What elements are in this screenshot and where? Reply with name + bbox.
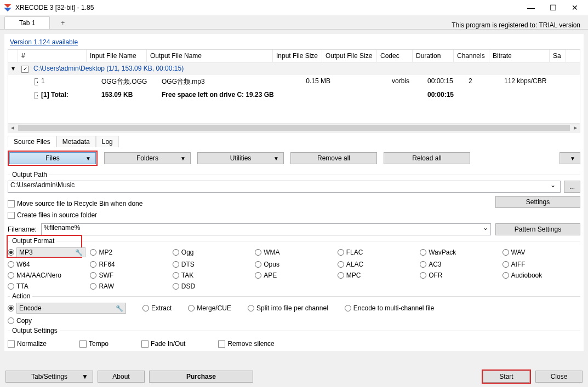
chevron-down-icon[interactable]: ⌄ xyxy=(483,224,488,232)
pattern-settings-button[interactable]: Pattern Settings xyxy=(495,223,580,235)
format-radio[interactable] xyxy=(420,261,426,268)
multi-radio[interactable] xyxy=(345,305,351,311)
format-flac[interactable]: FLAC xyxy=(338,247,415,258)
scroll-left-icon[interactable]: ◂ xyxy=(8,124,17,132)
recycle-checkbox[interactable] xyxy=(8,200,15,207)
tab-metadata[interactable]: Metadata xyxy=(56,136,96,147)
format-tta[interactable]: TTA xyxy=(8,282,85,291)
format-tak[interactable]: TAK xyxy=(173,271,250,280)
purchase-button[interactable]: Purchase xyxy=(149,371,253,383)
format-wma[interactable]: WMA xyxy=(255,247,333,258)
wrench-icon[interactable]: 🔧 xyxy=(75,249,83,256)
col-bitrate[interactable]: Bitrate xyxy=(489,50,550,62)
tab-settings-dropdown[interactable]: Tab/Settings ▼ xyxy=(5,371,93,383)
format-radio[interactable] xyxy=(503,261,509,268)
format-radio[interactable] xyxy=(90,272,96,279)
start-button[interactable]: Start xyxy=(483,371,530,383)
format-ogg[interactable]: Ogg xyxy=(173,247,250,258)
encode-select[interactable]: Encode 🔧 xyxy=(16,303,126,314)
horizontal-scrollbar[interactable]: ◂ ▸ xyxy=(8,123,580,132)
folder-checkbox[interactable] xyxy=(21,66,28,73)
col-output-size[interactable]: Output File Size xyxy=(322,50,377,62)
tab-1[interactable]: Tab 1 xyxy=(4,16,50,29)
table-row[interactable]: 1 OGG音频.OGG OGG音频.mp3 0.15 MB vorbis 00:… xyxy=(8,75,580,89)
create-src-checkbox[interactable] xyxy=(8,212,15,219)
col-input-size[interactable]: Input File Size xyxy=(273,50,322,62)
scroll-thumb[interactable] xyxy=(18,125,570,131)
folder-path[interactable]: C:\Users\admin\Desktop (1/1, 153.09 KB, … xyxy=(30,63,580,74)
format-swf[interactable]: SWF xyxy=(90,271,168,280)
format-radio[interactable] xyxy=(503,249,509,256)
reload-all-button[interactable]: Reload all xyxy=(384,152,470,164)
table-folder-row[interactable]: ▾ C:\Users\admin\Desktop (1/1, 153.09 KB… xyxy=(8,62,580,75)
scroll-right-icon[interactable]: ▸ xyxy=(571,124,580,132)
format-dsd[interactable]: DSD xyxy=(173,282,250,291)
format-radio[interactable] xyxy=(255,261,261,268)
format-radio[interactable] xyxy=(90,249,96,256)
format-radio[interactable] xyxy=(173,272,179,279)
format-ac3[interactable]: AC3 xyxy=(420,260,498,269)
col-sa[interactable]: Sa xyxy=(550,50,566,62)
format-radio[interactable] xyxy=(173,261,179,268)
format-radio[interactable] xyxy=(420,249,426,256)
col-channels[interactable]: Channels xyxy=(454,50,489,62)
col-output-name[interactable]: Output File Name xyxy=(147,50,273,62)
format-radio[interactable] xyxy=(255,272,261,279)
silence-checkbox[interactable] xyxy=(218,340,225,348)
minimize-button[interactable]: — xyxy=(520,3,542,12)
output-path-input[interactable]: C:\Users\admin\Music ⌄ xyxy=(8,181,561,193)
format-raw[interactable]: RAW xyxy=(90,282,168,291)
format-dts[interactable]: DTS xyxy=(173,260,250,269)
wrench-icon[interactable]: 🔧 xyxy=(116,305,123,312)
format-radio[interactable] xyxy=(503,272,509,279)
tab-source-files[interactable]: Source Files xyxy=(8,136,56,147)
add-tab-button[interactable]: + xyxy=(50,17,76,29)
format-m4a-aac-nero[interactable]: M4A/AAC/Nero xyxy=(8,271,85,280)
close-window-button[interactable]: ✕ xyxy=(564,3,586,12)
format-mp3[interactable]: MP3🔧 xyxy=(8,247,85,258)
format-selected-box[interactable]: MP3🔧 xyxy=(16,247,85,257)
format-radio[interactable] xyxy=(338,272,344,279)
version-link[interactable]: Version 1.124 available xyxy=(8,37,80,47)
expand-icon[interactable]: ▾ xyxy=(8,63,18,74)
tempo-checkbox[interactable] xyxy=(79,340,87,348)
about-button[interactable]: About xyxy=(98,371,145,383)
split-radio[interactable] xyxy=(248,305,254,311)
settings-button[interactable]: Settings xyxy=(495,196,580,208)
format-radio[interactable] xyxy=(8,283,14,290)
format-radio[interactable] xyxy=(338,249,344,256)
col-codec[interactable]: Codec xyxy=(377,50,413,62)
format-alac[interactable]: ALAC xyxy=(338,260,415,269)
format-radio[interactable] xyxy=(173,249,179,256)
remove-all-button[interactable]: Remove all xyxy=(290,152,377,164)
format-mp2[interactable]: MP2 xyxy=(90,247,168,258)
format-radio[interactable] xyxy=(420,272,426,279)
format-radio[interactable] xyxy=(8,249,14,256)
merge-radio[interactable] xyxy=(188,305,195,311)
format-w64[interactable]: W64 xyxy=(8,260,85,269)
close-button[interactable]: Close xyxy=(535,371,583,383)
col-input-name[interactable]: Input File Name xyxy=(87,50,147,62)
encode-radio[interactable] xyxy=(8,305,14,311)
extract-radio[interactable] xyxy=(142,305,149,311)
format-radio[interactable] xyxy=(255,249,261,256)
tab-log[interactable]: Log xyxy=(96,136,119,147)
format-ofr[interactable]: OFR xyxy=(420,271,498,280)
format-audiobook[interactable]: Audiobook xyxy=(503,271,580,280)
fade-checkbox[interactable] xyxy=(141,340,149,348)
format-radio[interactable] xyxy=(338,261,344,268)
format-wavpack[interactable]: WavPack xyxy=(420,247,498,258)
format-radio[interactable] xyxy=(90,283,96,290)
maximize-button[interactable]: ☐ xyxy=(542,3,564,12)
format-wav[interactable]: WAV xyxy=(503,247,580,258)
format-opus[interactable]: Opus xyxy=(255,260,333,269)
copy-radio[interactable] xyxy=(8,317,14,324)
format-radio[interactable] xyxy=(90,261,96,268)
format-rf64[interactable]: RF64 xyxy=(90,260,168,269)
format-radio[interactable] xyxy=(173,283,179,290)
format-mpc[interactable]: MPC xyxy=(338,271,415,280)
extra-dropdown[interactable]: ▼ xyxy=(560,152,580,164)
normalize-checkbox[interactable] xyxy=(8,340,15,348)
format-radio[interactable] xyxy=(8,272,14,279)
filename-input[interactable]: %filename% ⌄ xyxy=(41,223,491,235)
